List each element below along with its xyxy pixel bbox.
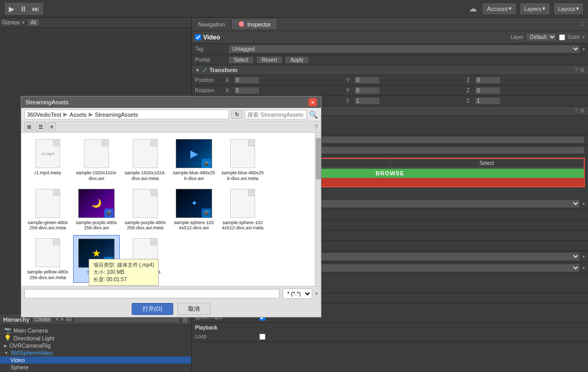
play-button[interactable]: ▶	[7, 4, 17, 14]
gameobject-header: Video Layer Default Static ▾	[192, 31, 588, 44]
avpro-settings-icon[interactable]: ⚙	[580, 107, 585, 114]
list-item[interactable]: sample-blue-480x256-divx.avi.meta	[219, 136, 266, 184]
layers-dropdown[interactable]: Layers ▾	[520, 3, 550, 15]
doc-icon	[35, 238, 60, 267]
hier-item-360sphere[interactable]: ▼ 360SphereVideo	[0, 349, 191, 356]
list-item[interactable]: r1.mp4 r1.mp4.meta	[24, 136, 71, 184]
scale-y-input[interactable]	[354, 97, 380, 105]
doc-icon: r1.mp4	[35, 139, 60, 168]
fb-scrollbar[interactable]	[315, 133, 321, 286]
doc-icon	[84, 139, 109, 168]
rot-z-input[interactable]	[475, 87, 501, 94]
position-row: Position X Y Z	[192, 75, 588, 86]
file-icon	[225, 138, 261, 169]
tab-inspector[interactable]: 🎯 Inspector	[232, 19, 277, 29]
fb-details-button[interactable]: ≡	[48, 122, 56, 131]
video-badge: 🎬	[202, 159, 211, 168]
fb-scroll-thumb[interactable]	[316, 138, 321, 180]
file-icon	[127, 138, 163, 169]
tab-navigation[interactable]: Navigation	[192, 20, 232, 29]
list-item[interactable]: sample-1920x1024-divx.avi	[73, 136, 120, 184]
playback-title: Playback	[192, 323, 588, 332]
rot-y-input[interactable]	[354, 87, 380, 94]
file-name: r1.mp4.meta	[35, 170, 61, 176]
fb-refresh-button[interactable]: ↻	[231, 110, 243, 119]
fb-help-icon[interactable]: ?	[314, 123, 318, 131]
prefab-revert-button[interactable]: Revert	[256, 56, 283, 64]
texture-wrap-arrow: ▾	[582, 265, 585, 271]
scene-all-button[interactable]: All	[27, 19, 40, 26]
inspector-menu-icon[interactable]: ☰	[577, 21, 588, 27]
gizmos-label: Gizmos	[2, 20, 20, 25]
list-item[interactable]: sample-green-480x256-divx.avi.meta	[24, 186, 71, 233]
scale-y-field: Y	[346, 97, 464, 105]
step-button[interactable]: ⏭	[30, 4, 41, 14]
fb-search-icon[interactable]: 🔍	[309, 111, 318, 119]
rotation-label: Rotation	[195, 88, 223, 93]
gameobject-active-checkbox[interactable]	[195, 34, 201, 40]
fb-path: 360VedioTest ▶ Assets ▶ StreamingAssets	[24, 109, 229, 119]
transform-section-header[interactable]: ▼ ⤢ Transform ? ⚙	[192, 65, 588, 75]
fb-title: StreamingAssets	[25, 99, 68, 105]
file-name: sample-purple-480x256-divx.avi.meta	[124, 220, 166, 231]
camera-icon: 📷	[4, 327, 11, 334]
position-z-field: Z	[467, 76, 585, 84]
layer-select[interactable]: Default	[526, 33, 557, 42]
fb-view-list-button[interactable]: ☰	[36, 122, 46, 131]
tag-select[interactable]: Untagged	[228, 45, 580, 53]
select-tab[interactable]: Select	[390, 159, 584, 167]
static-checkbox[interactable]	[559, 34, 565, 40]
transform-settings-icon[interactable]: ⚙	[580, 67, 585, 74]
pos-z-input[interactable]	[475, 76, 501, 84]
hierarchy-panel: Hierarchy Create ▾ ▾ All ⊞ 📷 Main Camera…	[0, 313, 191, 372]
file-icon: ▶ 🎬	[176, 138, 212, 169]
texture-filter-arrow: ▾	[582, 254, 585, 259]
list-item[interactable]: sample-sphere-1024x512-divx.avi.meta	[219, 186, 266, 233]
fb-toolbar: ⊞ ☰ ≡ ?	[21, 121, 321, 133]
file-icon: 🌙 🎬	[78, 188, 115, 219]
list-item[interactable]: sample-purple-480x256-divx.avi.meta	[122, 186, 169, 233]
file-icon	[30, 237, 66, 268]
pause-button[interactable]: ⏸	[18, 4, 29, 14]
layout-dropdown[interactable]: Layout ▾	[553, 3, 584, 15]
fb-files-area[interactable]: r1.mp4 r1.mp4.meta sample-1920x1024-divx…	[21, 133, 315, 286]
fb-action-buttons: 打开(O) 取消	[21, 301, 321, 317]
rot-x-input[interactable]	[234, 87, 260, 94]
fb-cancel-button[interactable]: 取消	[177, 303, 211, 315]
transform-arrow: ▼	[195, 67, 200, 73]
play-controls: ▶ ⏸ ⏭	[4, 2, 44, 16]
pos-y-input[interactable]	[354, 76, 380, 84]
doc-icon	[133, 139, 158, 168]
list-item[interactable]: ▶ 🎬 sample-blue-480x256-divx.avi	[171, 136, 217, 184]
prefab-apply-button[interactable]: Apply	[285, 56, 309, 64]
list-item[interactable]: sample-1920x1024-divx.avi.meta	[122, 136, 169, 184]
fb-open-button[interactable]: 打开(O)	[132, 303, 173, 315]
rotation-row: Rotation X Y Z	[192, 86, 588, 96]
account-dropdown[interactable]: Account ▾	[482, 3, 516, 15]
thumb-icon: ▶ 🎬	[176, 139, 212, 168]
static-arrow[interactable]: ▾	[582, 34, 585, 40]
fb-close-button[interactable]: ✕	[309, 98, 317, 106]
list-item[interactable]: sample-yellow-480x256-divx.avi.meta	[24, 235, 71, 283]
file-name: sample-green-480x256-divx.avi.meta	[26, 220, 69, 231]
hier-item-ovr[interactable]: ▶ OVRCameraRig	[0, 342, 191, 349]
hier-item-video[interactable]: Video	[0, 356, 191, 364]
fb-view-grid-button[interactable]: ⊞	[24, 122, 34, 131]
fb-extension-select[interactable]: * (*.*)	[283, 288, 312, 299]
list-item[interactable]: ✦ 🎬 sample-sphere-1024x512-divx.avi	[171, 186, 217, 233]
fb-search-input[interactable]	[245, 110, 307, 119]
hier-item-main-camera[interactable]: 📷 Main Camera	[0, 326, 191, 334]
layer-label: Layer	[511, 34, 524, 40]
list-item[interactable]: 🌙 🎬 sample-purple-480x256-divx.avi	[73, 186, 120, 233]
loop-checkbox[interactable]	[259, 334, 265, 340]
prefab-row: Prefab Select Revert Apply	[192, 55, 588, 65]
hier-item-dir-light[interactable]: 💡 Directional Light	[0, 334, 191, 342]
tag-arrow: ▾	[582, 46, 585, 52]
pos-x-input[interactable]	[234, 76, 260, 84]
rot-z-field: Z	[467, 87, 585, 94]
transform-section-icons: ? ⚙	[575, 67, 585, 74]
prefab-select-button[interactable]: Select	[228, 56, 254, 64]
scale-z-input[interactable]	[475, 97, 501, 105]
hier-item-sphere[interactable]: Sphere	[0, 364, 191, 371]
fb-filename-input[interactable]	[24, 289, 279, 298]
